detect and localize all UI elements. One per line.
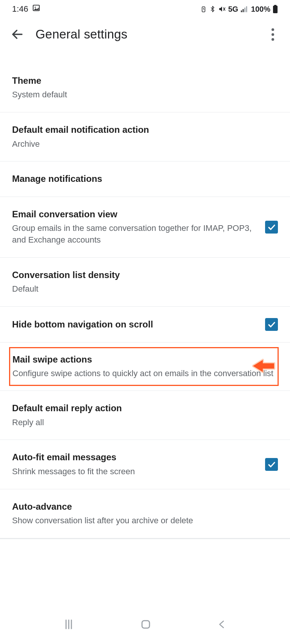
setting-default-reply-action[interactable]: Default email reply action Reply all [0,391,290,440]
svg-rect-6 [242,9,244,12]
svg-point-1 [35,7,36,8]
setting-subtitle: System default [12,89,278,101]
setting-subtitle: Default [12,283,278,295]
svg-rect-10 [274,5,276,6]
setting-auto-advance[interactable]: Auto-advance Show conversation list afte… [0,489,290,539]
setting-mail-swipe-actions[interactable]: Mail swipe actions Configure swipe actio… [0,343,290,391]
network-type: 5G [228,5,238,14]
autofit-checkbox[interactable] [265,458,278,471]
status-time: 1:46 [12,4,28,14]
setting-subtitle: Configure swipe actions to quickly act o… [12,368,275,380]
settings-list: Theme System default Default email notif… [0,61,290,539]
home-button[interactable] [139,618,152,632]
status-bar: 1:46 5G 100% [0,0,290,17]
svg-rect-17 [142,621,150,628]
setting-hide-bottom-nav[interactable]: Hide bottom navigation on scroll [0,307,290,343]
setting-subtitle: Archive [12,138,278,150]
setting-title: Default email notification action [12,124,278,136]
setting-auto-fit-messages[interactable]: Auto-fit email messages Shrink messages … [0,440,290,489]
setting-subtitle: Reply all [12,417,278,429]
setting-title: Theme [12,75,278,87]
setting-conversation-view[interactable]: Email conversation view Group emails in … [0,197,290,258]
setting-title: Mail swipe actions [12,354,275,366]
overflow-menu-button[interactable] [266,28,279,41]
bluetooth-icon [209,5,216,13]
setting-title: Auto-fit email messages [12,451,258,463]
setting-subtitle: Shrink messages to fit the screen [12,466,258,478]
back-button[interactable] [11,28,24,41]
setting-title: Conversation list density [12,269,278,281]
setting-subtitle: Group emails in the same conversation to… [12,223,258,246]
battery-saver-icon [200,5,207,13]
battery-percent: 100% [251,5,270,14]
image-icon [32,4,40,14]
setting-list-density[interactable]: Conversation list density Default [0,258,290,307]
battery-icon [273,5,278,13]
svg-rect-8 [246,6,247,12]
recents-button[interactable] [62,618,75,632]
setting-default-notification-action[interactable]: Default email notification action Archiv… [0,112,290,161]
setting-title: Hide bottom navigation on scroll [12,318,258,330]
back-nav-button[interactable] [216,619,228,632]
setting-title: Auto-advance [12,501,278,513]
setting-subtitle: Show conversation list after you archive… [12,515,278,527]
hide-nav-checkbox[interactable] [265,318,278,331]
svg-rect-9 [273,6,278,13]
app-header: General settings [0,17,290,54]
svg-rect-5 [241,11,242,12]
annotation-arrow-icon [252,358,276,375]
setting-title: Manage notifications [12,173,278,185]
conversation-view-checkbox[interactable] [265,221,278,234]
svg-rect-7 [244,8,245,12]
system-nav-bar [0,606,290,644]
page-title: General settings [35,27,255,41]
mute-icon [218,5,226,13]
setting-manage-notifications[interactable]: Manage notifications [0,161,290,197]
setting-theme[interactable]: Theme System default [0,61,290,112]
setting-title: Email conversation view [12,208,258,220]
signal-icon [241,6,249,12]
setting-title: Default email reply action [12,402,278,414]
